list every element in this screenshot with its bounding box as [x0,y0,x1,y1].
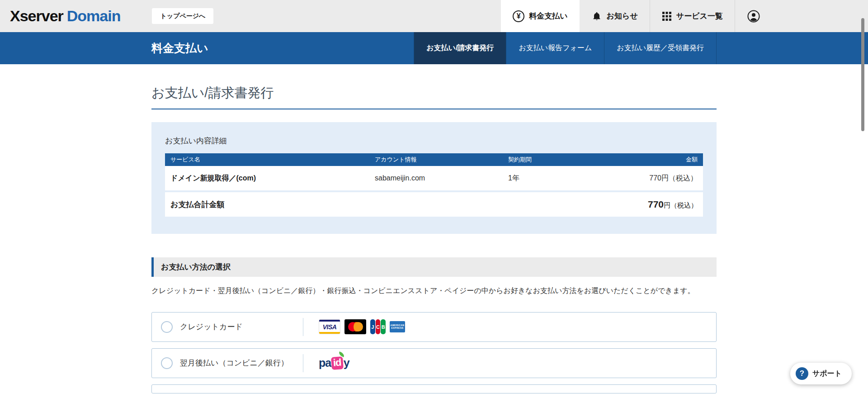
total-amount-number: 770 [648,199,664,209]
credit-card-label: クレジットカード [180,322,303,332]
section-nav-bar: 料金支払い お支払い/請求書発行 お支払い報告フォーム お支払い履歴／受領書発行 [0,32,868,64]
page-title: お支払い/請求書発行 [151,84,717,109]
total-label: お支払合計金額 [165,199,375,210]
header-nav-services-label: サービス一覧 [676,11,723,21]
header-nav-services[interactable]: サービス一覧 [650,0,735,32]
credit-card-radio[interactable] [161,321,173,333]
total-amount: 770円（税込） [635,199,703,210]
option-divider [303,318,303,336]
table-header-period: 契約期間 [508,156,635,164]
mastercard-logo-icon [344,319,366,334]
jcb-logo-icon: J C B [370,319,386,334]
paidy-logo-icon: paidy [319,356,349,370]
cell-contract-period: 1年 [508,174,635,183]
question-circle-icon: ? [796,367,808,380]
section-tabs: お支払い/請求書発行 お支払い報告フォーム お支払い履歴／受領書発行 [414,32,717,64]
logo-part-xserver: Xserver [10,7,63,24]
header-nav-payment[interactable]: ¥ 料金支払い [501,0,579,32]
support-button[interactable]: ? サポート [790,363,852,384]
cell-amount: 770円（税込） [635,174,703,183]
header-nav-payment-label: 料金支払い [529,11,567,21]
credit-card-logos: VISA J C B AMERICAN EXPRESS [319,319,405,334]
option-paidy[interactable]: 翌月後払い（コンビニ／銀行） paidy [151,348,717,378]
tab-payment-invoice[interactable]: お支払い/請求書発行 [414,32,506,64]
total-amount-suffix: 円（税込） [664,201,698,209]
payment-method-section-title: お支払い方法の選択 [161,262,231,272]
table-header-service: サービス名 [165,156,375,164]
payment-method-section-header: お支払い方法の選択 [151,257,717,277]
tab-payment-history[interactable]: お支払い履歴／受領書発行 [604,32,717,64]
bell-icon [591,11,602,22]
header-nav: ¥ 料金支払い お知らせ サービス一覧 [501,0,772,32]
table-header-row: サービス名 アカウント情報 契約期間 金額 [165,153,703,166]
amex-logo-icon: AMERICAN EXPRESS [390,321,405,332]
user-icon [747,9,760,23]
cell-account-info: sabameijin.com [375,174,508,182]
table-row: ドメイン新規取得／(com) sabameijin.com 1年 770円（税込… [165,166,703,190]
support-button-label: サポート [812,369,842,379]
paidy-radio[interactable] [161,357,173,369]
table-header-amount: 金額 [635,156,703,164]
header-account-button[interactable] [735,0,772,32]
table-total-row: お支払合計金額 770円（税込） [165,192,703,217]
yen-circle-icon: ¥ [513,10,524,22]
payment-detail-title: お支払い内容詳細 [165,136,703,146]
visa-logo-icon: VISA [319,319,340,334]
option-credit-card[interactable]: クレジットカード VISA J C B AMERICAN EXPRESS [151,312,717,342]
paidy-label: 翌月後払い（コンビニ／銀行） [180,358,303,368]
top-page-button[interactable]: トップページへ [152,8,213,24]
header-nav-news-label: お知らせ [607,11,638,21]
option-next-partial[interactable] [151,384,717,393]
payment-options: クレジットカード VISA J C B AMERICAN EXPRESS 翌月後… [151,312,717,393]
top-header: XserverDomain トップページへ ¥ 料金支払い お知らせ サービ [0,0,868,32]
xserver-domain-logo[interactable]: XserverDomain [10,7,120,25]
payment-detail-panel: お支払い内容詳細 サービス名 アカウント情報 契約期間 金額 ドメイン新規取得／… [151,122,717,234]
header-nav-news[interactable]: お知らせ [580,0,650,32]
payment-detail-table: サービス名 アカウント情報 契約期間 金額 ドメイン新規取得／(com) sab… [165,153,703,217]
table-header-account: アカウント情報 [375,156,508,164]
tab-payment-report[interactable]: お支払い報告フォーム [506,32,604,64]
main-content: お支払い/請求書発行 お支払い内容詳細 サービス名 アカウント情報 契約期間 金… [151,84,717,393]
vertical-scrollbar-thumb[interactable] [861,18,864,131]
logo-part-domain: Domain [67,7,121,24]
payment-method-description: クレジットカード・翌月後払い（コンビニ／銀行）・銀行振込・コンビニエンスストア・… [151,284,717,298]
grid-icon [662,11,672,21]
cell-service-name: ドメイン新規取得／(com) [165,174,375,183]
section-title: 料金支払い [151,41,208,56]
option-divider [303,354,303,372]
